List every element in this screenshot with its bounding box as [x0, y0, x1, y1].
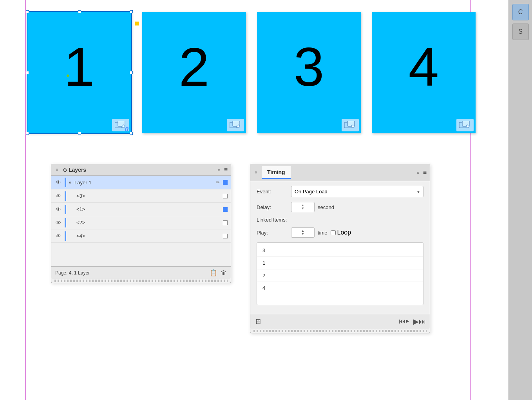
handle-tc[interactable]	[78, 10, 81, 13]
timing-delay-row: Delay: ▲ ▼ second	[257, 202, 423, 212]
spinner-arrows-play[interactable]: ▲ ▼	[301, 229, 304, 236]
layer-row-3[interactable]: 👁 <3>	[51, 189, 231, 203]
loop-label: Loop	[337, 229, 351, 236]
layers-close-button[interactable]: ×	[54, 167, 60, 173]
spinner-arrows-delay[interactable]: ▲ ▼	[301, 204, 304, 210]
layers-panel: × ◇ Layers « ≡ 👁 ∨ Layer 1 ✏	[51, 164, 231, 283]
timing-play-unit: time	[318, 230, 328, 236]
handle-ml[interactable]	[26, 71, 29, 74]
italic-badge: 0	[125, 126, 128, 133]
timing-panel-titlebar: × Timing « ≡	[250, 164, 430, 181]
layer-row-2[interactable]: 👁 <2>	[51, 216, 231, 229]
timing-event-select-wrapper[interactable]: On Page Load On Click On Hover ▼	[291, 186, 423, 197]
layer-checkbox-4[interactable]	[223, 234, 228, 238]
layers-footer: Page: 4, 1 Layer 📋 🗑	[51, 266, 231, 279]
chevron-icon-layer1[interactable]: ∨	[69, 180, 71, 185]
layers-panel-titlebar: × ◇ Layers « ≡	[51, 164, 231, 176]
timing-monitor-icon[interactable]: 🖥	[254, 318, 261, 326]
svg-point-3	[123, 125, 124, 127]
card-4[interactable]: 4	[372, 12, 476, 133]
loop-checkbox-wrapper: Loop	[331, 229, 351, 236]
down-arrow-play-icon[interactable]: ▼	[301, 233, 304, 236]
yellow-indicator	[135, 22, 139, 25]
timing-event-row: Event: On Page Load On Click On Hover ▼	[257, 186, 423, 197]
timing-collapse-button[interactable]: «	[417, 170, 419, 175]
eye-icon-3[interactable]: 👁	[54, 193, 62, 199]
sidebar-button-2[interactable]: S	[512, 24, 529, 40]
eye-icon-layer1[interactable]: 👁	[54, 179, 62, 185]
page-area: 1 0 2	[0, 0, 508, 400]
svg-point-11	[352, 125, 354, 127]
eye-icon-2[interactable]: 👁	[54, 220, 62, 226]
layers-add-button[interactable]: 📋	[210, 269, 217, 276]
layer-name-4: <4>	[69, 233, 223, 239]
handle-tl[interactable]	[26, 10, 29, 13]
svg-point-15	[467, 125, 469, 127]
timing-panel: × Timing « ≡ Event: On Page Load On Clic…	[250, 164, 430, 333]
layer-color-bar-1	[65, 178, 66, 187]
linked-item-1[interactable]: 1	[257, 257, 423, 269]
pencil-icon-layer1[interactable]: ✏	[216, 180, 220, 185]
eye-icon-1[interactable]: 👁	[54, 206, 62, 213]
handle-bl[interactable]	[26, 132, 29, 135]
timing-play-spinner[interactable]: ▲ ▼	[291, 227, 315, 238]
eye-icon-4[interactable]: 👁	[54, 233, 62, 239]
timing-body: Event: On Page Load On Click On Hover ▼ …	[250, 181, 430, 314]
layers-collapse-button[interactable]: «	[218, 167, 220, 172]
layer-row-1[interactable]: 👁 <1>	[51, 203, 231, 216]
timing-play-back-icon[interactable]: ⏮▶	[399, 317, 409, 326]
layer-checkbox-1b[interactable]	[223, 207, 228, 212]
layers-title-text: Layers	[69, 167, 86, 173]
guide-left	[25, 0, 26, 400]
layers-scroll-hint	[54, 280, 228, 282]
down-arrow-icon[interactable]: ▼	[301, 207, 304, 210]
timing-menu-button[interactable]: ≡	[423, 169, 427, 176]
timing-delay-label: Delay:	[257, 204, 288, 210]
layers-title-icon: ◇	[63, 167, 67, 173]
timing-close-button[interactable]: ×	[253, 170, 259, 175]
loop-checkbox[interactable]	[331, 230, 336, 235]
layer-color-bar-2	[65, 218, 66, 227]
layer-checkbox-3[interactable]	[223, 194, 228, 198]
linked-item-3[interactable]: 3	[257, 244, 423, 257]
layer-row-4[interactable]: 👁 <4>	[51, 229, 231, 243]
handle-mr[interactable]	[130, 71, 133, 74]
linked-items-list: 3 1 2 4	[257, 242, 423, 305]
linked-item-4[interactable]: 4	[257, 282, 423, 294]
cards-row: 1 0 2	[27, 12, 476, 133]
layers-delete-button[interactable]: 🗑	[221, 269, 227, 276]
layer-checkbox-1[interactable]	[223, 180, 228, 185]
timing-event-select[interactable]: On Page Load On Click On Hover	[291, 186, 423, 197]
timing-tab[interactable]: Timing	[262, 166, 291, 179]
layers-titlebar-left: × ◇ Layers	[54, 167, 86, 173]
canvas-area: 1 0 2	[0, 0, 508, 400]
layer-row-parent[interactable]: 👁 ∨ Layer 1 ✏	[51, 176, 231, 189]
layer-name-1: Layer 1	[73, 180, 216, 185]
layer-color-bar-1b	[65, 205, 66, 214]
handle-tr[interactable]	[130, 10, 133, 13]
timing-play-forward-icon[interactable]: ▶⏭	[413, 317, 426, 326]
timing-footer: 🖥 ⏮▶ ▶⏭	[250, 314, 430, 329]
timing-event-label: Event:	[257, 189, 288, 195]
card-3[interactable]: 3	[257, 12, 361, 133]
card-4-overlay-icon	[456, 119, 474, 131]
card-2[interactable]: 2	[142, 12, 246, 133]
timing-delay-unit: second	[318, 204, 334, 210]
card-1[interactable]: 1 0	[27, 12, 131, 133]
timing-play-label: Play:	[257, 230, 288, 236]
layer-checkbox-2[interactable]	[223, 220, 228, 225]
linked-item-2[interactable]: 2	[257, 269, 423, 282]
handle-bc[interactable]	[78, 132, 81, 135]
timing-delay-spinner[interactable]: ▲ ▼	[291, 202, 315, 212]
layer-name-1b: <1>	[69, 206, 223, 212]
card-1-overlay-icon: 0	[112, 119, 129, 131]
svg-point-7	[237, 125, 239, 127]
timing-scroll-hint	[253, 330, 427, 332]
card-3-overlay-icon	[342, 119, 359, 131]
layer-name-2: <2>	[69, 220, 223, 225]
layers-menu-button[interactable]: ≡	[224, 166, 228, 173]
sidebar-button-1[interactable]: C	[512, 4, 529, 20]
layer-name-3: <3>	[69, 193, 223, 199]
handle-br[interactable]	[130, 132, 133, 135]
card-number-1: 1	[64, 40, 95, 95]
